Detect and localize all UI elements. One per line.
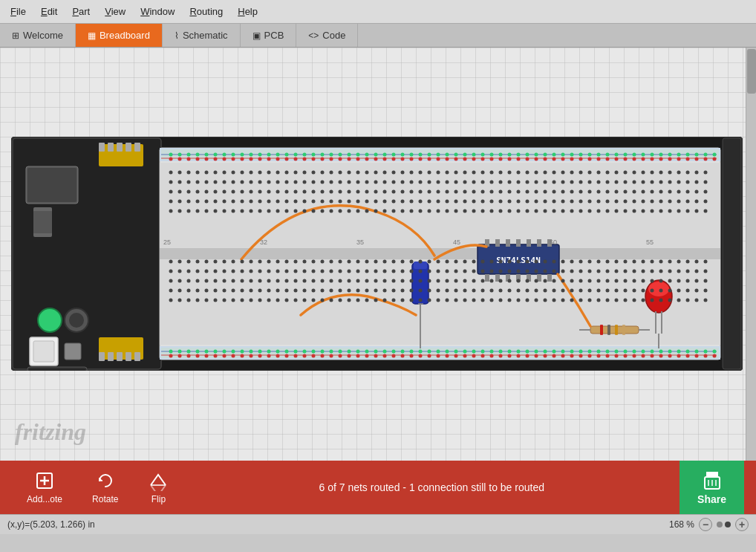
scrollbar-right[interactable]	[746, 48, 756, 461]
svg-point-257	[704, 171, 708, 175]
svg-point-830	[374, 350, 378, 354]
svg-point-426	[579, 200, 583, 204]
svg-point-727	[544, 289, 547, 293]
zoom-out-button[interactable]: −	[699, 518, 712, 531]
svg-point-381	[178, 200, 182, 204]
svg-point-196	[713, 158, 717, 161]
flip-button[interactable]: Flip	[133, 464, 183, 510]
svg-point-742	[677, 289, 681, 293]
svg-point-335	[312, 190, 316, 194]
tab-code[interactable]: <> Code	[296, 24, 358, 47]
svg-point-103	[437, 153, 440, 157]
menu-help[interactable]: Help	[230, 3, 265, 20]
svg-point-281	[374, 181, 378, 184]
svg-point-608	[570, 270, 574, 273]
svg-point-109	[490, 153, 494, 157]
menu-edit[interactable]: Edit	[33, 3, 65, 20]
menu-file[interactable]: File	[3, 3, 33, 20]
svg-point-786	[526, 299, 529, 302]
svg-point-138	[196, 158, 200, 161]
svg-point-609	[579, 270, 583, 273]
svg-point-782	[490, 299, 494, 302]
svg-point-124	[624, 153, 628, 157]
svg-point-86	[285, 153, 289, 157]
svg-point-484	[553, 210, 556, 213]
svg-point-923	[651, 354, 654, 358]
svg-point-867	[704, 350, 708, 354]
svg-point-180	[570, 158, 574, 161]
svg-point-273	[303, 181, 307, 184]
svg-point-501	[704, 210, 708, 213]
menubar: File Edit Part View Window Routing Help	[0, 0, 756, 24]
svg-rect-24	[117, 352, 123, 361]
svg-point-339	[348, 190, 351, 194]
fritzing-logo: fritzing	[15, 418, 86, 446]
tab-schematic[interactable]: ⌇ Schematic	[163, 24, 241, 47]
svg-point-632	[241, 279, 244, 283]
svg-point-617	[651, 270, 654, 273]
svg-point-428	[597, 200, 601, 204]
svg-point-483	[544, 210, 547, 213]
svg-point-843	[490, 350, 494, 354]
svg-point-704	[339, 289, 342, 293]
zoom-in-button[interactable]: +	[735, 518, 749, 531]
svg-point-176	[535, 158, 538, 161]
svg-point-390	[258, 200, 262, 204]
svg-point-251	[651, 171, 654, 175]
svg-point-315	[677, 181, 681, 184]
share-button[interactable]: Share	[680, 461, 744, 514]
svg-point-131	[686, 153, 690, 157]
menu-routing[interactable]: Routing	[182, 3, 230, 20]
svg-point-521	[339, 260, 342, 264]
svg-point-150	[303, 158, 307, 161]
svg-point-929	[704, 354, 708, 358]
svg-point-329	[258, 190, 262, 194]
svg-point-754	[241, 299, 244, 302]
svg-point-217	[348, 171, 351, 175]
svg-point-258	[169, 181, 173, 184]
svg-point-319	[169, 190, 173, 194]
svg-point-474	[463, 210, 467, 213]
tab-welcome[interactable]: ⊞ Welcome	[0, 24, 76, 47]
svg-point-857	[615, 350, 619, 354]
tab-breadboard[interactable]: ▦ Breadboard	[76, 24, 163, 47]
menu-view[interactable]: View	[97, 3, 133, 20]
svg-point-463	[365, 210, 369, 213]
scrollbar-thumb[interactable]	[747, 49, 756, 94]
svg-point-336	[321, 190, 325, 194]
svg-point-280	[365, 181, 369, 184]
svg-point-479	[508, 210, 512, 213]
svg-point-873	[205, 354, 209, 358]
menu-part[interactable]: Part	[65, 3, 97, 20]
menu-window[interactable]: Window	[133, 3, 182, 20]
tab-pcb[interactable]: ▣ PCB	[241, 24, 297, 47]
svg-point-310	[633, 181, 636, 184]
svg-point-197	[169, 171, 173, 175]
svg-point-910	[535, 354, 538, 358]
add-button[interactable]: Add...ote	[12, 464, 77, 510]
svg-point-277	[339, 181, 342, 184]
svg-point-671	[588, 279, 592, 283]
svg-rect-3	[27, 168, 76, 202]
svg-point-342	[374, 190, 378, 194]
svg-point-108	[481, 153, 485, 157]
tabbar: ⊞ Welcome ▦ Breadboard ⌇ Schematic ▣ PCB…	[0, 24, 756, 48]
svg-point-845	[508, 350, 512, 354]
svg-point-559	[677, 260, 681, 264]
svg-point-518	[312, 260, 316, 264]
breadboard-svg: SN74LS14N	[11, 137, 743, 371]
svg-point-256	[695, 171, 699, 175]
canvas-area[interactable]: fritzing	[0, 48, 756, 461]
svg-point-709	[383, 289, 387, 293]
svg-point-395	[303, 200, 307, 204]
svg-point-286	[419, 181, 423, 184]
svg-point-294	[490, 181, 494, 184]
svg-point-703	[330, 289, 333, 293]
svg-point-654	[437, 279, 440, 283]
svg-point-392	[276, 200, 280, 204]
svg-point-724	[517, 289, 521, 293]
svg-point-140	[214, 158, 218, 161]
svg-point-616	[642, 270, 645, 273]
rotate-button[interactable]: Rotate	[77, 464, 133, 510]
svg-rect-64	[622, 325, 625, 335]
